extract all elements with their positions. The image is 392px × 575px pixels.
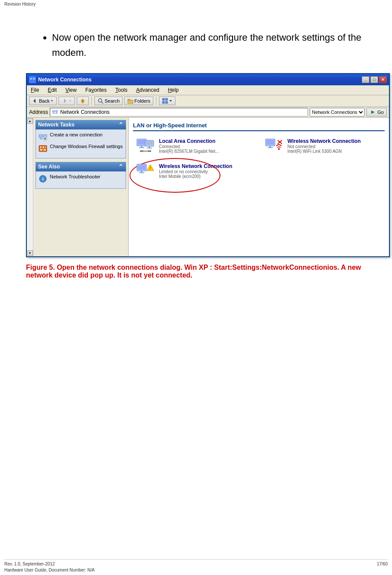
address-label: Address <box>29 109 48 115</box>
search-label: Search <box>104 98 120 103</box>
local-area-detail: Intel(R) 82567LM Gigabit Net... <box>159 149 255 154</box>
network-tasks-section: Network Tasks ⌃ <box>36 120 126 158</box>
svg-rect-14 <box>162 98 165 100</box>
svg-rect-36 <box>45 146 46 148</box>
svg-rect-13 <box>128 99 130 100</box>
svg-rect-48 <box>147 148 152 149</box>
svg-rect-19 <box>52 110 55 112</box>
create-connection-label: Create a new connection <box>50 132 103 137</box>
minimize-button[interactable]: _ <box>362 76 369 83</box>
back-button[interactable]: Back <box>29 97 57 105</box>
svg-rect-25 <box>39 135 42 137</box>
sidebar: Network Tasks ⌃ <box>33 118 129 256</box>
left-scrollbar[interactable]: ▲ ▼ <box>27 118 33 256</box>
sidebar-firewall[interactable]: Change Windows Firewall settings <box>39 144 123 153</box>
svg-rect-42 <box>138 140 146 145</box>
menu-bar: File Edit View Favorites Tools Advanced … <box>27 85 389 95</box>
wireless-connection-1[interactable]: Wireless Network Connection Not connecte… <box>262 136 385 156</box>
scroll-up-arrow[interactable]: ▲ <box>27 118 33 124</box>
svg-marker-6 <box>51 100 53 102</box>
views-button[interactable] <box>159 97 175 105</box>
svg-rect-17 <box>165 101 168 103</box>
svg-rect-50 <box>140 150 143 152</box>
firewall-label: Change Windows Firewall settings <box>50 144 123 149</box>
svg-rect-16 <box>162 101 165 103</box>
scroll-down-arrow[interactable]: ▼ <box>27 250 33 256</box>
local-area-name: Local Area Connection <box>159 138 255 144</box>
local-area-connection[interactable]: Local Area Connection Connected Intel(R)… <box>133 136 256 156</box>
page-header: Revision History <box>0 0 392 8</box>
see-also-collapse-icon: ⌃ <box>118 163 123 170</box>
local-area-status: Connected <box>159 144 255 149</box>
svg-rect-44 <box>139 147 144 148</box>
menu-file[interactable]: File <box>29 86 41 94</box>
maximize-button[interactable]: □ <box>370 76 378 83</box>
wireless-status-2: Limited or no connectivity <box>159 169 255 174</box>
go-button[interactable]: Go <box>366 108 387 116</box>
svg-rect-1 <box>33 78 35 80</box>
svg-rect-38 <box>43 149 46 151</box>
see-also-title: See Also <box>38 164 60 170</box>
svg-rect-35 <box>42 146 44 148</box>
info-icon: i <box>39 174 47 183</box>
revision-history-label: Revision History <box>4 2 36 6</box>
menu-advanced[interactable]: Advanced <box>134 86 161 94</box>
toolbar: Back Search <box>27 95 389 107</box>
back-label: Back <box>39 98 49 103</box>
wireless-connection-2[interactable]: ! Wireless Network Connection Limited or… <box>133 162 256 181</box>
footer-doc: Hardware User Guide, Document Number: N/… <box>4 568 94 572</box>
footer-revision: Rev. 1.0, September-2012 <box>4 562 55 566</box>
up-button[interactable] <box>77 97 89 105</box>
svg-marker-9 <box>81 99 85 103</box>
svg-text:i: i <box>42 176 43 181</box>
footer-page: 17/60 <box>377 562 388 566</box>
svg-point-56 <box>278 148 280 150</box>
menu-help[interactable]: Help <box>166 86 181 94</box>
wireless-disconnected-icon <box>263 138 284 155</box>
folders-button[interactable]: Folders <box>124 97 153 105</box>
menu-tools[interactable]: Tools <box>113 86 129 94</box>
forward-button[interactable] <box>58 97 75 105</box>
svg-rect-20 <box>55 110 58 112</box>
wireless-detail-1: Intel(R) WiFi Link 5300 AGN <box>288 149 383 154</box>
svg-rect-51 <box>148 150 151 152</box>
menu-favorites[interactable]: Favorites <box>84 86 108 94</box>
network-tasks-body: Create a new connection <box>36 129 126 158</box>
main-content: Now open the network manager and configu… <box>0 8 392 297</box>
wireless-name-2: Wireless Network Connection <box>159 163 255 169</box>
title-bar-buttons: _ □ ✕ <box>362 76 387 83</box>
close-button[interactable]: ✕ <box>379 76 387 83</box>
network-tasks-header[interactable]: Network Tasks ⌃ <box>36 120 126 129</box>
address-bar: Address Network Connections Network Conn… <box>27 107 389 118</box>
svg-line-11 <box>101 102 103 103</box>
window-title: Network Connections <box>38 77 91 83</box>
title-bar: Network Connections _ □ ✕ <box>27 74 389 85</box>
svg-rect-62 <box>139 172 144 173</box>
search-button[interactable]: Search <box>94 97 123 105</box>
svg-rect-34 <box>40 146 42 148</box>
address-value: Network Connections <box>60 109 110 115</box>
svg-rect-46 <box>146 141 153 145</box>
address-dropdown[interactable]: Network Connections <box>310 108 365 116</box>
menu-view[interactable]: View <box>64 86 78 94</box>
sidebar-troubleshooter[interactable]: i Network Troubleshooter <box>39 174 123 183</box>
page-footer: Rev. 1.0, September-2012 17/60 <box>4 559 388 566</box>
title-bar-left: Network Connections <box>29 76 91 83</box>
sidebar-create-connection[interactable]: Create a new connection <box>39 132 123 141</box>
connection-grid: Local Area Connection Connected Intel(R)… <box>133 136 385 181</box>
wireless-info-1: Wireless Network Connection Not connecte… <box>288 138 383 154</box>
instruction-bullet: Now open the network manager and configu… <box>52 30 366 60</box>
menu-edit[interactable]: Edit <box>46 86 58 94</box>
lan-icon <box>135 138 156 155</box>
folders-label: Folders <box>134 98 150 103</box>
toolbar-separator-1 <box>91 97 92 105</box>
svg-rect-60 <box>138 165 146 170</box>
figure-caption-text: Figure 5. Open the network connections d… <box>26 264 361 279</box>
network-tasks-title: Network Tasks <box>38 122 75 128</box>
address-input[interactable]: Network Connections <box>50 108 308 116</box>
wireless-info-2: Wireless Network Connection Limited or n… <box>159 163 255 179</box>
svg-rect-37 <box>40 149 42 151</box>
see-also-header[interactable]: See Also ⌃ <box>36 162 126 171</box>
network-connections-window: Network Connections _ □ ✕ File Edit View… <box>26 73 390 257</box>
svg-marker-18 <box>169 100 172 102</box>
